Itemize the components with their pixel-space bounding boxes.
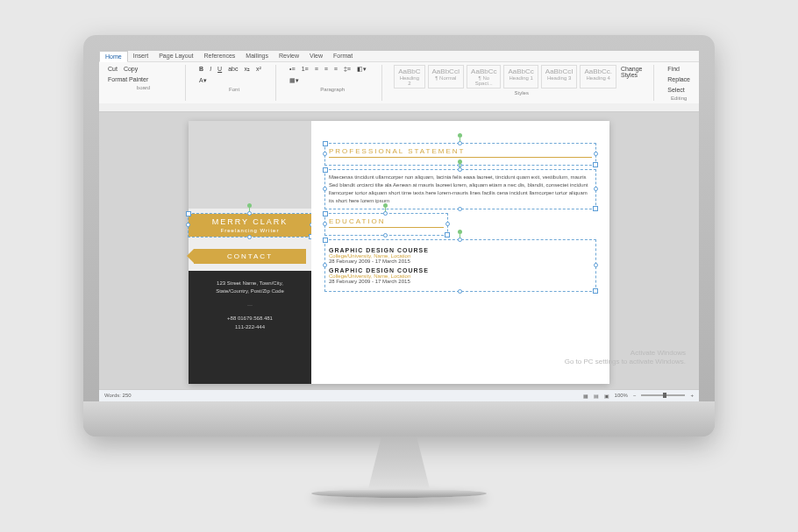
resize-handle-icon[interactable] bbox=[458, 167, 462, 172]
main-column: PROFESSIONAL STATEMENT Maecenas tincidun… bbox=[311, 121, 609, 384]
rotate-handle-icon[interactable] bbox=[383, 203, 388, 208]
tab-mailings[interactable]: Mailings bbox=[240, 51, 274, 61]
zoom-slider[interactable] bbox=[641, 394, 685, 396]
section-title: EDUCATION bbox=[329, 217, 444, 228]
resize-handle-icon[interactable] bbox=[323, 222, 327, 226]
contact-info-block[interactable]: 123 Street Name, Town/City, State/Countr… bbox=[189, 271, 311, 384]
borders-button[interactable]: ▦▾ bbox=[288, 76, 301, 85]
style-item[interactable]: AaBbCcIHeading 3 bbox=[541, 65, 578, 89]
name-banner-textbox[interactable]: MERRY CLARK Freelancing Writer bbox=[189, 214, 311, 237]
find-button[interactable]: Find bbox=[666, 65, 681, 73]
zoom-level[interactable]: 100% bbox=[615, 393, 628, 398]
sub-button[interactable]: x₂ bbox=[242, 65, 252, 74]
styles-label: Styles bbox=[515, 90, 529, 96]
tab-references[interactable]: References bbox=[199, 51, 241, 61]
education-item: GRAPHIC DESIGN COURSE College/University… bbox=[329, 267, 592, 284]
tab-review[interactable]: Review bbox=[274, 51, 304, 61]
bullets-button[interactable]: •≡ bbox=[288, 65, 297, 73]
rotate-handle-icon[interactable] bbox=[458, 230, 462, 234]
tab-page-layout[interactable]: Page Layout bbox=[153, 51, 198, 61]
style-item[interactable]: AaBbCHeading 2 bbox=[394, 65, 424, 89]
resize-handle-icon[interactable] bbox=[594, 263, 598, 267]
rotate-handle-icon[interactable] bbox=[458, 133, 462, 138]
contact-label: CONTACT bbox=[227, 252, 273, 260]
cut-button[interactable]: Cut bbox=[106, 65, 119, 73]
resize-handle-icon[interactable] bbox=[445, 222, 450, 226]
resize-handle-icon[interactable] bbox=[186, 223, 190, 227]
styles-gallery[interactable]: AaBbCHeading 2 AaBbCcI¶ Normal AaBbCc¶ N… bbox=[394, 65, 649, 89]
resize-handle-icon[interactable] bbox=[323, 187, 327, 191]
view-reading-icon[interactable]: ▤ bbox=[594, 393, 599, 399]
resize-handle-icon[interactable] bbox=[383, 211, 388, 216]
document-area[interactable]: MERRY CLARK Freelancing Writer CONTACT 1… bbox=[99, 103, 699, 389]
rotate-handle-icon[interactable] bbox=[247, 203, 252, 208]
shading-button[interactable]: ◧▾ bbox=[355, 65, 368, 74]
paragraph-label: Paragraph bbox=[320, 87, 345, 92]
zoom-in-button[interactable]: + bbox=[690, 393, 694, 398]
resize-handle-icon[interactable] bbox=[594, 152, 598, 156]
resize-handle-icon[interactable] bbox=[323, 263, 327, 267]
monitor-chin bbox=[83, 401, 715, 436]
education-title-textbox[interactable]: EDUCATION bbox=[325, 214, 447, 235]
underline-button[interactable]: U bbox=[216, 65, 224, 73]
resize-handle-icon[interactable] bbox=[247, 235, 252, 239]
monitor-stand-neck bbox=[355, 436, 443, 489]
resume-subtitle: Freelancing Writer bbox=[192, 228, 308, 233]
style-item[interactable]: AaBbCc.Heading 4 bbox=[580, 65, 616, 89]
activate-windows-watermark: Activate Windows Go to PC settings to ac… bbox=[565, 349, 686, 367]
word-count[interactable]: Words: 250 bbox=[104, 393, 132, 398]
italic-button[interactable]: I bbox=[208, 65, 213, 73]
numbering-button[interactable]: 1≡ bbox=[300, 65, 310, 73]
clipboard-label: board bbox=[137, 85, 150, 90]
style-item[interactable]: AaBbCcI¶ Normal bbox=[428, 65, 465, 89]
view-web-icon[interactable]: ▣ bbox=[604, 393, 609, 399]
rotate-handle-icon[interactable] bbox=[458, 160, 462, 164]
course-name: GRAPHIC DESIGN COURSE bbox=[329, 247, 592, 253]
align-left-button[interactable]: ≡ bbox=[313, 65, 320, 73]
horizontal-ruler[interactable] bbox=[99, 103, 699, 112]
phone-text: +88 01679.568.481 bbox=[194, 315, 306, 323]
resize-handle-icon[interactable] bbox=[458, 289, 462, 294]
zoom-out-button[interactable]: − bbox=[633, 393, 637, 398]
address-text: 123 Street Name, Town/City, State/Countr… bbox=[194, 280, 306, 296]
status-bar: Words: 250 ▦ ▤ ▣ 100% − + bbox=[99, 389, 699, 401]
align-right-button[interactable]: ≡ bbox=[332, 65, 339, 73]
format-painter-button[interactable]: Format Painter bbox=[106, 75, 150, 83]
statement-body-textbox[interactable]: Maecenas tincidunt ullamcorper non aliqu… bbox=[325, 170, 595, 209]
view-print-layout-icon[interactable]: ▦ bbox=[583, 393, 588, 399]
strike-button[interactable]: abc bbox=[226, 65, 239, 73]
education-body-textbox[interactable]: GRAPHIC DESIGN COURSE College/University… bbox=[325, 240, 595, 291]
style-item[interactable]: AaBbCcHeading 1 bbox=[503, 65, 538, 89]
select-button[interactable]: Select bbox=[666, 86, 686, 94]
copy-button[interactable]: Copy bbox=[122, 65, 139, 73]
align-center-button[interactable]: ≡ bbox=[323, 65, 330, 73]
resize-handle-icon[interactable] bbox=[458, 238, 462, 242]
resize-handle-icon[interactable] bbox=[458, 207, 462, 211]
resize-handle-icon[interactable] bbox=[383, 233, 388, 238]
tab-view[interactable]: View bbox=[304, 51, 328, 61]
bold-button[interactable]: B bbox=[197, 65, 205, 73]
tab-home[interactable]: Home bbox=[99, 51, 128, 62]
tab-insert[interactable]: Insert bbox=[128, 51, 154, 61]
section-title: PROFESSIONAL STATEMENT bbox=[329, 147, 592, 158]
resize-handle-icon[interactable] bbox=[323, 152, 327, 156]
education-item: GRAPHIC DESIGN COURSE College/University… bbox=[329, 247, 592, 264]
line-spacing-button[interactable]: ‡≡ bbox=[342, 65, 353, 73]
imac-monitor: Home Insert Page Layout References Maili… bbox=[83, 35, 715, 498]
photo-placeholder[interactable] bbox=[189, 121, 311, 209]
screen: Home Insert Page Layout References Maili… bbox=[99, 51, 699, 401]
group-clipboard: Cut Copy Format Painter board bbox=[102, 65, 186, 101]
resize-handle-icon[interactable] bbox=[594, 187, 598, 191]
sup-button[interactable]: x² bbox=[254, 65, 263, 73]
style-item[interactable]: AaBbCc¶ No Spaci... bbox=[467, 65, 501, 89]
change-styles-button[interactable]: Change Styles bbox=[619, 65, 649, 89]
resize-handle-icon[interactable] bbox=[247, 211, 252, 216]
replace-button[interactable]: Replace bbox=[666, 75, 692, 83]
resize-handle-icon[interactable] bbox=[458, 141, 462, 145]
resume-name: MERRY CLARK bbox=[212, 217, 289, 226]
page[interactable]: MERRY CLARK Freelancing Writer CONTACT 1… bbox=[189, 121, 609, 384]
statement-body: Maecenas tincidunt ullamcorper non aliqu… bbox=[329, 174, 592, 205]
contact-banner[interactable]: CONTACT bbox=[194, 249, 306, 264]
font-color-button[interactable]: A▾ bbox=[197, 76, 209, 85]
tab-format[interactable]: Format bbox=[328, 51, 358, 61]
